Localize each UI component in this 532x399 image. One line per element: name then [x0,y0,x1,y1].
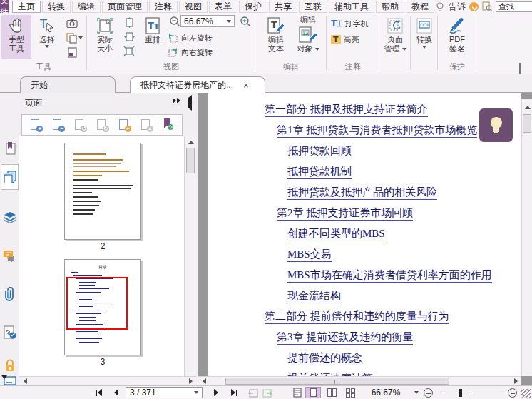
toc-link[interactable]: 提前偿还的概念 [287,351,362,365]
edit-text-button[interactable]: T 编辑 文本 [261,15,291,59]
reflow-button[interactable]: Tт 重排 [140,15,165,59]
toc-link[interactable]: 第3章 提前还款及违约的衡量 [277,330,413,345]
ribbon-tab-5[interactable]: 视图 [179,1,208,13]
ribbon-tab-7[interactable]: 保护 [239,1,267,13]
typewriter-button[interactable]: T⌶ 打字机 [331,17,368,30]
doc-scroll-right-button[interactable] [511,377,520,385]
window-resize-grip[interactable] [521,389,531,398]
enlarge-thumbnails-button[interactable]: + [30,118,41,131]
ribbon-tab-10[interactable]: 辅助工具 [329,1,374,13]
single-page-view-button[interactable] [305,387,321,398]
search-doc-icon[interactable] [482,1,492,11]
next-page-button[interactable] [210,386,222,399]
panel-expand-button[interactable] [173,98,180,103]
pdf-sign-button[interactable]: PDF 签名 [443,15,471,59]
continuous-view-button[interactable] [342,387,358,398]
panel-hscrollbar[interactable] [19,376,196,385]
zoom-in-stepper[interactable] [507,386,518,399]
tell-me-label[interactable]: 告诉 [449,1,466,13]
fit-visible-button[interactable] [121,44,137,57]
toc-link[interactable]: 第二部分 提前偿付和违约的度量与行为 [265,310,449,324]
tab-start[interactable]: 开始 [20,76,116,93]
toc-link[interactable]: 创建不同类型的MBS [287,227,385,241]
doc-hscroll-thumb[interactable] [225,378,449,385]
zoom-slider-thumb[interactable] [459,389,462,397]
viewport-rect[interactable] [66,277,128,330]
pdf-page[interactable]: 第一部分 抵押及抵押支持证券简介第1章 抵押贷款与消费者抵押贷款市场概览抵押贷款… [208,93,521,376]
doc-vscrollbar[interactable] [521,99,532,376]
hand-tool-button[interactable]: 手型 工具 [1,15,31,59]
ribbon-tab-12[interactable]: 教程 [406,1,434,13]
file-menu-button[interactable]: 文件 [0,0,9,13]
zoom-out-stepper[interactable] [423,386,434,399]
zoom-in-button[interactable] [237,15,253,28]
toc-link[interactable]: 第2章 抵押支持证券市场回顾 [277,206,413,221]
toc-link[interactable]: 抵押贷款机制 [287,165,352,179]
tab-close-icon[interactable]: × [243,81,249,90]
doc-vscroll-thumb[interactable] [523,114,531,133]
toc-link[interactable]: MBS交易 [287,248,332,262]
highlight-button[interactable]: T 高亮 [331,33,359,46]
doc-scroll-up-button[interactable] [522,103,532,111]
comments-panel-button[interactable] [1,243,19,268]
security-panel-button[interactable] [1,353,19,378]
panel-scroll-right-button[interactable] [186,377,195,385]
ribbon-tab-8[interactable]: 共享 [269,1,297,13]
rotate-left-button[interactable]: 向左旋转 [168,31,213,44]
panel-scroll-left-button[interactable] [21,377,29,385]
doc-hscrollbar[interactable] [198,376,521,385]
ribbon-tab-11[interactable]: 帮助 [376,1,404,13]
zoom-percent-label[interactable]: 66.67% [366,386,406,399]
toc-link[interactable]: 现金流结构 [287,289,341,303]
snapshot-page-button[interactable] [64,46,80,59]
ribbon-tab-6[interactable]: 表单 [209,1,237,13]
actual-size-button[interactable]: 实际 大小 [91,15,118,59]
ribbon-collapse-button[interactable] [519,64,521,74]
ribbon-tab-9[interactable]: 互联 [299,1,327,13]
prev-view-button[interactable] [246,386,259,399]
ribbon-tab-3[interactable]: 页面管理 [102,1,148,13]
convert-button[interactable]: OCR 转换 [412,15,436,59]
tab-document[interactable]: 抵押支持证券房地产的... × [130,76,265,93]
bookmark-sync-button[interactable] [162,118,173,131]
doc-scroll-left-button[interactable] [200,377,208,385]
update-icon[interactable] [469,2,479,11]
toc-link[interactable]: MBS市场在确定消费者借贷利率方面的作用 [287,268,492,283]
zoom-combo[interactable]: 66.67% [180,15,235,27]
toc-link[interactable]: 第1章 抵押贷款与消费者抵押贷款市场概览 [277,123,477,138]
bookmarks-panel-button[interactable] [1,136,19,161]
page-number-box[interactable]: 3 / 371 [126,387,203,398]
panel-vscrollbar[interactable] [184,136,196,376]
next-view-button[interactable] [261,386,274,399]
toc-link[interactable]: 抵押贷款回顾 [287,144,352,158]
snapshot-camera-button[interactable] [64,16,80,29]
ribbon-tab-4[interactable]: 注释 [149,1,178,13]
panel-hide-button[interactable] [188,98,192,108]
first-page-button[interactable] [91,386,106,399]
zoom-dropdown-caret[interactable] [412,386,421,399]
pages-panel-button[interactable] [1,164,19,190]
rotate-page-left-button[interactable]: ↺ [74,118,86,131]
page-text-button[interactable] [291,386,304,399]
signatures-panel-button[interactable] [1,320,19,345]
page-manage-button[interactable]: 页面 管理 [381,15,409,59]
ribbon-tab-2[interactable]: 编辑 [72,1,101,13]
thumbnail-page-2[interactable] [64,143,141,240]
toc-link[interactable]: 抵押贷款及抵押产品的相关风险 [287,186,437,200]
rotate-page-right-button[interactable]: ↻ [96,118,108,131]
ribbon-tab-0[interactable]: 主页 [12,1,41,13]
ribbon-tab-1[interactable]: 转换 [42,1,71,13]
insert-page-button[interactable]: + [118,118,130,131]
layers-panel-button[interactable] [1,204,19,230]
zoom-slider-track[interactable] [440,393,504,393]
clipboard-paste-button[interactable] [64,31,84,44]
reduce-thumbnails-button[interactable]: − [52,118,63,131]
edit-object-button[interactable]: 对象 编辑 [292,15,324,59]
facing-page-view-button[interactable] [324,387,339,398]
fit-width-button[interactable] [121,30,137,43]
last-page-button[interactable] [227,386,241,399]
attachments-panel-button[interactable] [1,281,19,307]
thumbnail-page-3[interactable]: 目录 [64,259,141,355]
panel-scroll-up-button[interactable] [185,138,197,146]
find-input[interactable] [496,2,532,11]
